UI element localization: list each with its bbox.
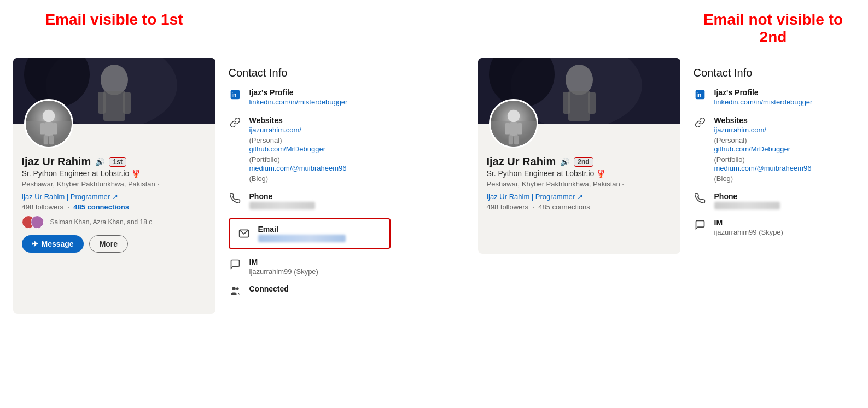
right-connection-badge: 2nd (574, 157, 593, 167)
more-button[interactable]: More (89, 235, 128, 253)
right-phone-icon (694, 193, 707, 204)
left-website2[interactable]: github.com/MrDebugger (249, 145, 347, 153)
right-website3[interactable]: medium.com/@muibraheem96 (714, 164, 812, 172)
left-website3-type: (Blog) (249, 174, 269, 183)
right-website2-type: (Portfolio) (714, 155, 745, 164)
right-avatar (489, 99, 538, 148)
left-profile-location: Peshawar, Khyber Pakhtunkhwa, Pakistan · (22, 180, 207, 188)
left-connected-label: Connected (249, 284, 289, 293)
left-websites-item: Websites ijazurrahim.com/ (Personal) git… (229, 116, 391, 183)
svg-rect-10 (44, 122, 53, 136)
right-profile-card: Ijaz Ur Rahim 🔊 2nd Sr. Python Engineer … (478, 58, 680, 254)
left-mutual-connections: Salman Khan, Azra Khan, and 18 c (22, 215, 207, 229)
right-profile-name: Ijaz Ur Rahim (487, 155, 556, 168)
right-im-icon (694, 219, 707, 230)
right-linkedin-url[interactable]: linkedin.com/in/misterdebugger (714, 98, 813, 106)
svg-point-3 (101, 65, 128, 95)
message-button[interactable]: ✈ Message (22, 235, 84, 253)
right-linkedin-label: Ijaz's Profile (714, 88, 813, 97)
left-profile-card: Ijaz Ur Rahim 🔊 1st Sr. Python Engineer … (13, 58, 215, 314)
svg-rect-25 (563, 92, 570, 114)
svg-point-29 (507, 110, 519, 122)
left-avatar (24, 99, 73, 148)
left-im-label: IM (249, 258, 318, 266)
svg-rect-30 (509, 122, 517, 136)
right-programmer-link[interactable]: Ijaz Ur Rahim | Programmer ↗ (487, 193, 584, 201)
right-contact-info-title: Contact Info (694, 67, 855, 79)
right-website1[interactable]: ijazurrahim.com/ (714, 126, 812, 134)
svg-rect-32 (517, 123, 522, 135)
right-im-label: IM (714, 218, 783, 227)
external-link-icon: ↗ (112, 193, 118, 201)
svg-rect-11 (40, 123, 45, 135)
left-websites-label: Websites (249, 116, 347, 125)
svg-text:in: in (231, 92, 236, 98)
left-profile-name: Ijaz Ur Rahim (22, 155, 91, 168)
left-annotation-label: Email visible to 1st (13, 11, 215, 28)
svg-rect-33 (508, 135, 512, 144)
right-websites-item: Websites ijazurrahim.com/ (Personal) git… (694, 116, 855, 183)
right-website2[interactable]: github.com/MrDebugger (714, 145, 812, 153)
left-connected-item: Connected (229, 284, 391, 296)
im-icon (229, 259, 242, 270)
left-phone-label: Phone (249, 192, 315, 201)
message-icon: ✈ (32, 240, 38, 248)
right-annotation-label: Email not visible to 2nd (691, 11, 855, 46)
svg-rect-4 (103, 91, 125, 121)
right-websites-label: Websites (714, 116, 812, 125)
left-contact-info-title: Contact Info (229, 67, 391, 79)
left-email-value-blurred (258, 235, 346, 242)
left-profile-title: Sr. Python Engineer at Lobstr.io 🦞 (22, 169, 207, 178)
svg-rect-13 (43, 135, 48, 144)
left-linkedin-label: Ijaz's Profile (249, 88, 348, 97)
svg-point-19 (236, 287, 238, 290)
left-profile-actions: ✈ Message More (22, 235, 207, 253)
svg-rect-12 (52, 123, 57, 135)
right-im-item: IM ijazurrahim99 (Skype) (694, 218, 855, 236)
left-website1[interactable]: ijazurrahim.com/ (249, 126, 347, 134)
svg-point-23 (566, 65, 593, 95)
left-connection-badge: 1st (109, 157, 126, 167)
left-panel: Ijaz Ur Rahim 🔊 1st Sr. Python Engineer … (13, 58, 391, 314)
right-link-icon (694, 117, 707, 128)
right-im-value: ijazurrahim99 (Skype) (714, 228, 783, 236)
right-contact-info: Contact Info in Ijaz's Profile linkedin.… (694, 58, 855, 254)
svg-text:in: in (696, 92, 701, 98)
left-im-item: IM ijazurrahim99 (Skype) (229, 258, 391, 276)
left-linkedin-item: in Ijaz's Profile linkedin.com/in/mister… (229, 88, 391, 107)
right-phone-item: Phone (694, 192, 855, 209)
svg-rect-24 (568, 91, 590, 121)
right-profile-stats: 498 followers · 485 connections (487, 203, 672, 211)
email-icon (237, 228, 251, 239)
right-website3-type: (Blog) (714, 174, 733, 183)
left-phone-item: Phone (229, 192, 391, 209)
right-linkedin-icon: in (694, 89, 707, 100)
mutual-avatar-2 (31, 215, 44, 229)
svg-rect-6 (123, 92, 131, 114)
left-email-highlight: Email (229, 218, 391, 249)
left-programmer-link[interactable]: Ijaz Ur Rahim | Programmer ↗ (22, 193, 119, 201)
right-speaker-icon: 🔊 (560, 158, 569, 166)
left-website3[interactable]: medium.com/@muibraheem96 (249, 164, 347, 172)
svg-rect-14 (49, 135, 53, 144)
right-linkedin-item: in Ijaz's Profile linkedin.com/in/mister… (694, 88, 855, 107)
right-phone-value-blurred (714, 202, 780, 209)
right-profile-title: Sr. Python Engineer at Lobstr.io 🦞 (487, 169, 672, 178)
right-external-link-icon: ↗ (577, 193, 583, 201)
linkedin-icon: in (229, 89, 242, 100)
left-linkedin-url[interactable]: linkedin.com/in/misterdebugger (249, 98, 348, 106)
left-website1-type: (Personal) (249, 136, 282, 144)
svg-rect-26 (588, 92, 596, 114)
left-profile-stats: 498 followers · 485 connections (22, 203, 207, 211)
svg-rect-34 (514, 135, 518, 144)
svg-rect-31 (505, 123, 510, 135)
right-phone-label: Phone (714, 192, 780, 201)
left-contact-info: Contact Info in Ijaz's Profile linkedin.… (229, 58, 391, 314)
svg-rect-5 (98, 92, 106, 114)
left-im-value: ijazurrahim99 (Skype) (249, 267, 318, 276)
left-email-label: Email (258, 225, 346, 234)
svg-point-18 (232, 287, 236, 291)
svg-point-9 (42, 110, 54, 122)
left-speaker-icon: 🔊 (95, 158, 104, 166)
link-icon (229, 117, 242, 128)
